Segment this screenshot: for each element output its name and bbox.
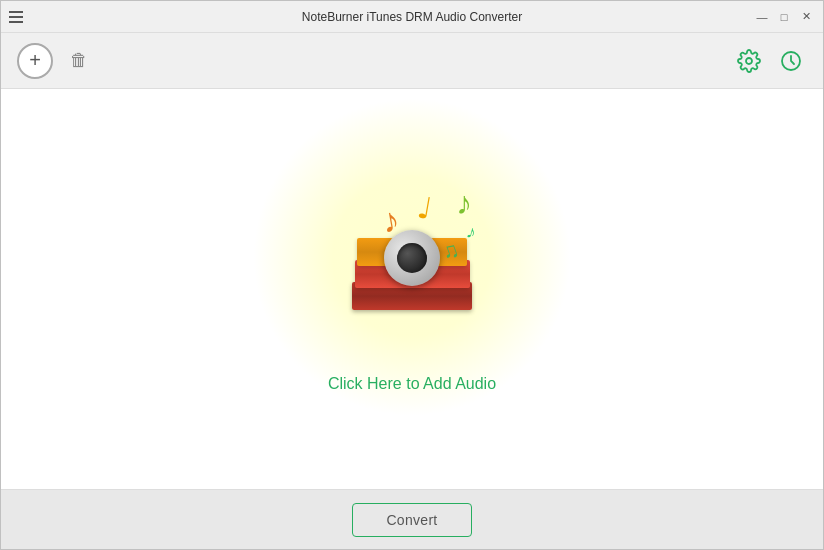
toolbar-right bbox=[733, 45, 807, 77]
books-speaker-illustration bbox=[332, 185, 492, 345]
clock-icon bbox=[779, 49, 803, 73]
plus-icon: + bbox=[29, 49, 41, 72]
toolbar: + 🗑 bbox=[1, 33, 823, 89]
add-audio-button[interactable]: + bbox=[17, 43, 53, 79]
toolbar-left: + 🗑 bbox=[17, 43, 95, 79]
title-bar: NoteBurner iTunes DRM Audio Converter — … bbox=[1, 1, 823, 33]
bottom-bar: Convert bbox=[1, 489, 823, 549]
book-stack bbox=[352, 220, 472, 310]
gear-icon bbox=[737, 49, 761, 73]
maximize-button[interactable]: □ bbox=[775, 8, 793, 26]
settings-button[interactable] bbox=[733, 45, 765, 77]
window-title: NoteBurner iTunes DRM Audio Converter bbox=[302, 10, 522, 24]
window-controls: — □ ✕ bbox=[753, 8, 815, 26]
speaker-outer bbox=[384, 230, 440, 286]
history-button[interactable] bbox=[775, 45, 807, 77]
speaker-inner bbox=[397, 243, 427, 273]
delete-button[interactable]: 🗑 bbox=[63, 45, 95, 77]
main-content: ♪ ♩ ♪ ♫ ♪ bbox=[1, 89, 823, 489]
close-button[interactable]: ✕ bbox=[797, 8, 815, 26]
trash-icon: 🗑 bbox=[70, 50, 88, 71]
menu-icon[interactable] bbox=[9, 11, 23, 23]
minimize-button[interactable]: — bbox=[753, 8, 771, 26]
speaker bbox=[384, 230, 440, 286]
add-audio-prompt[interactable]: Click Here to Add Audio bbox=[328, 375, 496, 393]
convert-button[interactable]: Convert bbox=[352, 503, 472, 537]
app-window: NoteBurner iTunes DRM Audio Converter — … bbox=[0, 0, 824, 550]
illustration: ♪ ♩ ♪ ♫ ♪ bbox=[332, 185, 492, 345]
